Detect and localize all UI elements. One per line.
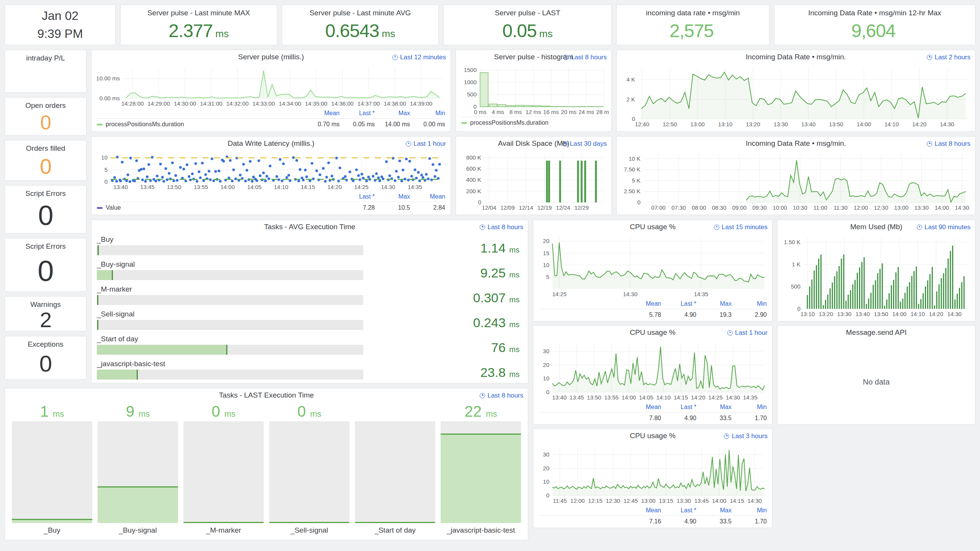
dashboard: Jan 02 9:39 PM Server pulse - Last minut… bbox=[0, 0, 980, 551]
bargauge-track[interactable] bbox=[97, 345, 363, 355]
svg-text:4 K: 4 K bbox=[626, 76, 635, 83]
bargauge-track[interactable] bbox=[97, 245, 363, 255]
legend-stat-value: 0.70 ms bbox=[304, 121, 340, 128]
bargauge-row: _M-marker 0.307 ms bbox=[97, 285, 519, 305]
bargauge-track[interactable] bbox=[97, 370, 363, 380]
clock-icon bbox=[724, 434, 729, 439]
cpu-3h-chart[interactable]: 11:4512:0012:1512:3012:4513:0013:1513:30… bbox=[536, 443, 770, 505]
pulse-histogram-chart[interactable]: 0 ms4 ms8 ms12 ms16 ms20 ms24 ms28 ms050… bbox=[458, 64, 609, 117]
server-pulse-chart[interactable]: 14:28:0014:29:0014:30:0014:31:0014:32:00… bbox=[94, 64, 448, 108]
time-range-link[interactable]: Last 8 hours bbox=[480, 392, 523, 399]
incoming-rate-8h-chart[interactable]: 07:0007:3008:0008:3009:0009:3010:0010:30… bbox=[619, 150, 973, 212]
time-range-link[interactable]: Last 30 days bbox=[562, 140, 607, 148]
cpu-15m-panel: CPU usage % Last 15 minutes 14:2514:3014… bbox=[533, 220, 773, 321]
svg-text:10: 10 bbox=[543, 478, 549, 485]
svg-text:14:30: 14:30 bbox=[955, 204, 969, 211]
svg-text:0.00 ms: 0.00 ms bbox=[100, 95, 120, 101]
bargauge-value: 0.243 ms bbox=[363, 316, 519, 330]
time-range-link[interactable]: Last 8 hours bbox=[563, 54, 607, 61]
clock-icon bbox=[714, 225, 719, 230]
time-range-link[interactable]: Last 12 minutes bbox=[392, 54, 446, 61]
bargauge-label: _Buy-signal bbox=[98, 523, 178, 538]
cpu-15m-chart[interactable]: 14:2514:3014:355101520 bbox=[536, 234, 770, 299]
legend-stat-value: 4.90 bbox=[661, 311, 696, 318]
legend-series-name[interactable]: processPositionsMs.duration bbox=[470, 119, 549, 126]
stat-warnings-panel: Warnings 2 bbox=[5, 296, 87, 331]
bargauge-track bbox=[355, 421, 435, 523]
clock-icon bbox=[563, 55, 568, 60]
chart-legend: MeanLast *MaxMin7.804.9033.51.70 bbox=[533, 402, 772, 424]
svg-text:24 ms: 24 ms bbox=[578, 109, 594, 115]
mem-used-chart[interactable]: 13:1013:2013:3013:4013:5014:0014:1014:20… bbox=[780, 234, 973, 319]
stat-value: 0 bbox=[38, 256, 53, 285]
svg-text:13:45: 13:45 bbox=[570, 394, 584, 401]
stat-script-errors-2-panel: Script Errors 0 bbox=[5, 238, 87, 292]
svg-text:8 ms: 8 ms bbox=[510, 109, 522, 115]
time-range-link[interactable]: Last 2 hours bbox=[927, 54, 970, 61]
time-range-link[interactable]: Last 3 hours bbox=[724, 432, 768, 440]
svg-text:14:30: 14:30 bbox=[747, 497, 762, 504]
svg-text:14:10: 14:10 bbox=[884, 121, 899, 127]
clock-time: 9:39 PM bbox=[37, 27, 83, 41]
bargauge-column[interactable]: 22 ms _javascript-basic-test bbox=[441, 403, 521, 538]
svg-text:11:00: 11:00 bbox=[813, 204, 827, 211]
svg-text:0: 0 bbox=[478, 199, 481, 205]
svg-text:13:15: 13:15 bbox=[659, 497, 673, 504]
bargauge-track[interactable] bbox=[97, 270, 363, 280]
chart-legend: processPositionsMs.duration bbox=[456, 117, 611, 129]
svg-text:11:45: 11:45 bbox=[553, 497, 567, 504]
clock-icon bbox=[727, 330, 733, 336]
svg-text:15: 15 bbox=[543, 250, 549, 256]
svg-text:0: 0 bbox=[105, 178, 108, 185]
bargauge-value: 23.8 ms bbox=[363, 366, 519, 380]
bargauge-track[interactable] bbox=[97, 320, 363, 330]
stat-pulse-max-panel: Server pulse - Last minute MAX 2.377ms bbox=[120, 5, 277, 45]
bargauge-track bbox=[12, 421, 92, 523]
svg-text:14:30: 14:30 bbox=[940, 121, 954, 127]
series-swatch-icon bbox=[461, 122, 467, 124]
bargauge-column[interactable]: _Start of day bbox=[355, 403, 435, 538]
legend-stat-value: 33.5 bbox=[696, 415, 732, 422]
clock-icon bbox=[562, 141, 568, 147]
cpu-1h-chart[interactable]: 13:4013:4513:5013:5514:0014:0514:1014:15… bbox=[536, 339, 770, 402]
legend-stat-value: 1.70 bbox=[732, 518, 767, 525]
svg-text:14:35: 14:35 bbox=[408, 184, 422, 190]
svg-text:14:15: 14:15 bbox=[674, 394, 688, 401]
disk-space-chart[interactable]: 12/0412/0912/1412/1912/2412/290200 K400 … bbox=[458, 150, 609, 212]
incoming-rate-2h-chart[interactable]: 12:4012:5013:0013:1013:2013:3013:4013:50… bbox=[619, 64, 973, 129]
bargauge-label: _Start of day bbox=[355, 523, 435, 538]
svg-text:13:45: 13:45 bbox=[140, 184, 155, 190]
bargauge-column[interactable]: 9 ms _Buy-signal bbox=[98, 403, 178, 538]
write-latency-chart[interactable]: 13:4013:4513:5013:5514:0014:0514:1014:15… bbox=[94, 150, 448, 192]
panel-title: Tasks - LAST Execution Time bbox=[219, 391, 314, 399]
write-latency-panel: Data Write Latency (millis.) Last 1 hour… bbox=[91, 136, 451, 215]
svg-text:12/09: 12/09 bbox=[500, 204, 515, 211]
bargauge-column[interactable]: 0 ms _Sell-signal bbox=[269, 403, 350, 538]
svg-text:20: 20 bbox=[543, 238, 549, 244]
incoming-rate-8h-panel: Incoming Data Rate • msg/min. Last 8 hou… bbox=[616, 136, 975, 215]
bargauge-value: 0.307 ms bbox=[363, 291, 519, 305]
legend-stat-value: 7.16 bbox=[626, 518, 661, 525]
legend-series-name[interactable]: processPositionsMs.duration bbox=[106, 121, 184, 128]
svg-text:14:30:00: 14:30:00 bbox=[174, 100, 196, 107]
bargauge-column[interactable]: 1 ms _Buy bbox=[12, 403, 92, 538]
bargauge-column[interactable]: 0 ms _M-marker bbox=[183, 403, 264, 538]
time-range-link[interactable]: Last 90 minutes bbox=[917, 223, 970, 231]
legend-series-row: 7.804.9033.51.70 bbox=[539, 412, 767, 424]
legend-series-name[interactable]: Value bbox=[106, 204, 121, 211]
svg-text:14:05: 14:05 bbox=[639, 394, 653, 401]
time-range-link[interactable]: Last 15 minutes bbox=[714, 223, 768, 231]
svg-text:5 K: 5 K bbox=[632, 177, 640, 184]
svg-text:13:30: 13:30 bbox=[676, 497, 691, 504]
svg-text:5: 5 bbox=[546, 274, 549, 280]
svg-text:10.00 ms: 10.00 ms bbox=[96, 75, 120, 82]
bargauge-track[interactable] bbox=[97, 295, 363, 305]
time-range-link[interactable]: Last 1 hour bbox=[727, 329, 768, 337]
cpu-3h-panel: CPU usage % Last 3 hours 11:4512:0012:15… bbox=[533, 429, 773, 528]
time-range-link[interactable]: Last 8 hours bbox=[480, 223, 523, 231]
svg-text:14:34:00: 14:34:00 bbox=[279, 100, 301, 107]
bargauge-value: 0 ms bbox=[183, 403, 264, 421]
svg-text:12:45: 12:45 bbox=[624, 497, 638, 504]
time-range-link[interactable]: Last 8 hours bbox=[927, 140, 970, 148]
time-range-link[interactable]: Last 1 hour bbox=[406, 140, 446, 148]
